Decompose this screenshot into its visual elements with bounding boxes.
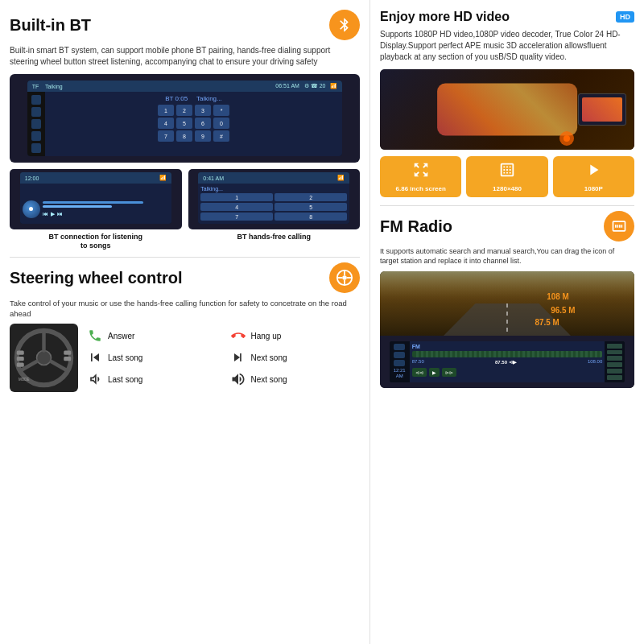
hd-badge: HD	[616, 11, 634, 23]
call-statusbar: 0:41 AM 📶	[198, 172, 349, 184]
steering-controls-area: MODE Answer	[10, 324, 360, 392]
dial-key-7[interactable]: 7	[158, 130, 174, 142]
fm-play-btn[interactable]: ▶	[429, 368, 440, 377]
feature-1080p: 1080P	[553, 156, 634, 197]
svg-rect-12	[17, 357, 24, 361]
dialpad-area: BT 0:05 Talking... 1 2 3 * 4 5 6 0	[45, 92, 343, 156]
steering-header: Steering wheel control	[10, 262, 360, 293]
fm-preset-3[interactable]	[607, 356, 622, 361]
svg-rect-11	[17, 351, 24, 355]
steering-wheel-image: MODE	[10, 324, 78, 392]
sidebar-item	[31, 95, 41, 105]
video-header: Enjoy more HD video HD	[380, 10, 634, 24]
fm-search-btn[interactable]: ⊲⊲	[412, 368, 427, 377]
controls-grid: Answer Hang up	[86, 327, 360, 388]
call-key-5[interactable]: 5	[275, 203, 347, 211]
talking-label: BT 0:05 Talking...	[48, 95, 340, 102]
hangup-label: Hang up	[251, 332, 282, 341]
svg-point-7	[37, 351, 52, 365]
screen-size-icon	[412, 161, 430, 183]
call-key-1[interactable]: 1	[200, 193, 273, 201]
fm-next-btn[interactable]: ⊳⊳	[442, 368, 456, 377]
fm-preset-4[interactable]	[607, 362, 622, 367]
control-vol-down: Last song	[86, 370, 217, 388]
prev-btn[interactable]: ⏮	[43, 211, 48, 217]
bt-section: Built-in BT Built-in smart BT system, ca…	[10, 10, 360, 250]
dial-key-2[interactable]: 2	[176, 105, 192, 116]
call-screen-content: Talking... 1 2 4 5 7 8	[198, 184, 349, 224]
music-disc	[23, 200, 40, 218]
fm-preset-5[interactable]	[607, 369, 622, 374]
dial-key-6[interactable]: 6	[195, 118, 211, 129]
feature-resolution: 1280×480	[466, 156, 547, 197]
fm-dot	[394, 352, 405, 358]
call-talking: Talking...	[200, 186, 347, 192]
fm-section: FM Radio It supports automatic search an…	[380, 211, 634, 388]
svg-point-1	[342, 275, 347, 280]
video-screen-mock	[380, 69, 634, 150]
screen-sidebar	[27, 92, 45, 156]
screen-status-right: 06:51 AM ⚙ ☎ 20 📶	[275, 83, 337, 89]
dial-key-0[interactable]: 0	[213, 118, 229, 129]
fm-road-svg: 108 M 96.5 M 87.5 M	[380, 271, 634, 336]
bt-call-screen-wrap: 0:41 AM 📶 Talking... 1 2 4 5 7 8	[188, 169, 361, 250]
steering-wheel-svg: MODE	[14, 328, 74, 388]
small-screen-statusbar: 12:00 📶	[20, 172, 171, 184]
svg-text:96.5 M: 96.5 M	[551, 306, 575, 315]
fm-freq-bar	[412, 351, 603, 357]
play-btn[interactable]: ▶	[51, 211, 55, 217]
svg-rect-14	[64, 351, 71, 355]
answer-icon	[86, 327, 104, 345]
music-player: ⏮ ▶ ⏭	[20, 184, 171, 224]
left-panel: Built-in BT Built-in smart BT system, ca…	[0, 0, 370, 644]
next-btn[interactable]: ⏭	[57, 211, 63, 217]
bt-header: Built-in BT	[10, 10, 360, 40]
svg-line-10	[52, 361, 68, 371]
music-info: ⏮ ▶ ⏭	[43, 201, 169, 217]
fm-preset-1[interactable]	[607, 344, 622, 349]
dial-key-star[interactable]: *	[213, 105, 229, 116]
video-title: Enjoy more HD video	[380, 10, 510, 24]
dial-key-8[interactable]: 8	[176, 130, 192, 142]
video-desc: Supports 1080P HD video,1080P video deco…	[380, 29, 634, 63]
dial-key-4[interactable]: 4	[158, 118, 174, 129]
fm-time: 12:21AM	[394, 368, 406, 379]
right-panel: Enjoy more HD video HD Supports 1080P HD…	[370, 0, 644, 644]
dial-key-9[interactable]: 9	[195, 130, 211, 142]
fm-preset-6[interactable]	[607, 375, 622, 380]
play-1080p-icon	[584, 161, 602, 183]
prev1-icon	[86, 349, 104, 366]
control-hangup: Hang up	[229, 327, 361, 345]
fm-visual: 108 M 96.5 M 87.5 M 12:21AM FM	[380, 271, 634, 388]
feature-screen-size: 6.86 inch screen	[380, 156, 461, 197]
small-video-screen	[578, 93, 626, 126]
call-status-right: 📶	[337, 175, 345, 181]
fm-controls: ⊲⊲ ▶ ⊳⊳	[412, 368, 603, 377]
vol-down-label: Last song	[108, 375, 142, 384]
screen-statusbar: TF Talking 06:51 AM ⚙ ☎ 20 📶	[27, 80, 343, 92]
video-dot-inner	[564, 135, 570, 142]
call-key-2[interactable]: 2	[275, 193, 347, 201]
answer-label: Answer	[108, 332, 134, 341]
fm-min-freq: 87.50	[412, 359, 424, 365]
fm-preset-2[interactable]	[607, 350, 622, 355]
dial-key-1[interactable]: 1	[158, 105, 174, 116]
hangup-icon	[229, 327, 247, 345]
dial-key-hash[interactable]: #	[213, 130, 229, 142]
call-key-8[interactable]: 8	[275, 213, 347, 221]
call-key-4[interactable]: 4	[200, 203, 273, 211]
dialpad-row: 4 5 6 0	[48, 118, 340, 129]
dial-key-5[interactable]: 5	[176, 118, 192, 129]
steering-desc: Take control of your music or use the ha…	[10, 298, 360, 320]
sidebar-item	[31, 131, 41, 141]
dial-key-3[interactable]: 3	[195, 105, 211, 116]
music-title-line	[43, 201, 144, 204]
dialpad-row: 7 8 9 #	[48, 130, 340, 142]
steering-section: Steering wheel control Take control of y…	[10, 262, 360, 393]
call-screen-inner: 0:41 AM 📶 Talking... 1 2 4 5 7 8	[198, 172, 349, 224]
fm-main: FM 87.50 87.50 ⊲▶ 108.00 ⊲⊲ ▶	[410, 341, 605, 382]
steering-icon	[329, 262, 360, 293]
fm-road-bg: 108 M 96.5 M 87.5 M	[380, 271, 634, 336]
fm-desc: It supports automatic search and manual …	[380, 246, 634, 266]
call-key-7[interactable]: 7	[200, 213, 273, 221]
